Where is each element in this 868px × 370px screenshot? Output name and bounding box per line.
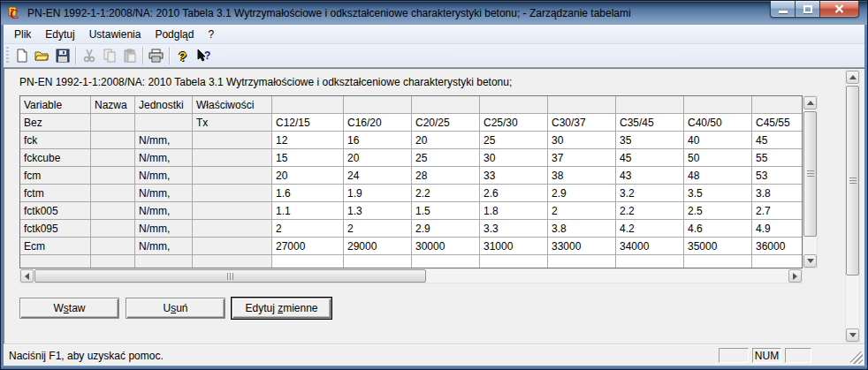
grid-cell[interactable] xyxy=(412,255,480,268)
grid-cell[interactable]: 25 xyxy=(412,149,480,167)
grid-cell[interactable] xyxy=(193,238,272,255)
toolbar-gripper[interactable] xyxy=(6,47,9,64)
resize-grip[interactable] xyxy=(850,351,863,364)
grid-cell[interactable] xyxy=(135,255,193,268)
open-button[interactable] xyxy=(32,46,52,65)
grid-cell[interactable]: fctk095 xyxy=(20,220,91,238)
grid-horizontal-scrollbar[interactable] xyxy=(19,268,803,283)
grid-cell[interactable]: 25 xyxy=(480,132,548,149)
grid-cell[interactable] xyxy=(480,255,548,268)
grid-cell[interactable]: 30 xyxy=(548,132,616,149)
grid-cell[interactable]: 1.8 xyxy=(480,202,548,220)
grid-cell[interactable]: 16 xyxy=(344,132,412,149)
grid-cell[interactable]: 2 xyxy=(272,220,344,238)
grid-cell[interactable]: N/mm, xyxy=(135,202,193,220)
grid-cell[interactable]: 3.5 xyxy=(684,185,752,202)
grid-cell[interactable]: 48 xyxy=(684,167,752,185)
grid-cell[interactable]: 3.3 xyxy=(480,220,548,238)
scroll-up-button[interactable] xyxy=(803,96,817,109)
grid-cell[interactable] xyxy=(193,255,272,268)
grid-cell[interactable]: Ecm xyxy=(20,238,91,255)
grid-cell[interactable]: 20 xyxy=(344,149,412,167)
grid-cell[interactable]: N/mm, xyxy=(135,149,193,167)
grid-cell[interactable]: 24 xyxy=(344,167,412,185)
grid-cell[interactable] xyxy=(91,202,135,220)
grid-cell[interactable]: 29000 xyxy=(344,238,412,255)
grid-cell[interactable]: 30000 xyxy=(412,238,480,255)
grid-cell[interactable]: 40 xyxy=(684,132,752,149)
grid-cell[interactable]: 30 xyxy=(480,149,548,167)
grid-cell[interactable]: fctm xyxy=(20,185,91,202)
grid-cell[interactable]: Bez xyxy=(20,114,91,132)
grid-cell[interactable] xyxy=(684,255,752,268)
close-button[interactable] xyxy=(819,1,859,18)
save-button[interactable] xyxy=(52,46,72,65)
context-help-button[interactable]: ? xyxy=(193,46,213,65)
menu-edytuj[interactable]: Edytuj xyxy=(38,26,81,43)
grid-cell[interactable] xyxy=(548,255,616,268)
grid-cell[interactable]: C45/55 xyxy=(752,114,803,132)
grid-cell[interactable]: fck xyxy=(20,132,91,149)
horizontal-scroll-thumb[interactable] xyxy=(34,269,426,283)
grid-cell[interactable]: 27000 xyxy=(272,238,344,255)
scroll-down-button[interactable] xyxy=(803,254,817,268)
help-button[interactable]: ? xyxy=(172,46,193,65)
grid-cell[interactable]: 1.6 xyxy=(272,185,344,202)
grid-cell[interactable]: 2 xyxy=(548,202,616,220)
grid-cell[interactable]: fckcube xyxy=(20,149,91,167)
scroll-left-button[interactable] xyxy=(20,269,34,283)
grid-cell[interactable]: N/mm, xyxy=(135,167,193,185)
grid-cell[interactable] xyxy=(616,255,684,268)
grid-cell[interactable] xyxy=(193,149,272,167)
menu-podglad[interactable]: Podgląd xyxy=(148,26,201,43)
grid-cell[interactable]: 20 xyxy=(272,167,344,185)
edit-variables-button[interactable]: Edytuj zmienne xyxy=(232,298,331,319)
grid-cell[interactable] xyxy=(193,167,272,185)
grid-cell[interactable] xyxy=(91,114,135,132)
grid-cell[interactable]: 4.9 xyxy=(752,220,803,238)
grid-cell[interactable]: 35 xyxy=(616,132,684,149)
grid-cell[interactable]: 4.2 xyxy=(616,220,684,238)
grid-cell[interactable]: 28 xyxy=(412,167,480,185)
menu-plik[interactable]: Plik xyxy=(7,26,38,43)
print-button[interactable] xyxy=(146,46,166,65)
grid-cell[interactable] xyxy=(193,132,272,149)
grid-cell[interactable]: C25/30 xyxy=(480,114,548,132)
grid-cell[interactable] xyxy=(193,220,272,238)
grid-cell[interactable]: N/mm, xyxy=(135,220,193,238)
view-vertical-scrollbar[interactable] xyxy=(845,70,860,343)
grid-cell[interactable] xyxy=(91,185,135,202)
minimize-button[interactable] xyxy=(770,1,796,18)
new-button[interactable] xyxy=(11,46,32,65)
grid-cell[interactable]: C12/15 xyxy=(272,114,344,132)
grid-cell[interactable] xyxy=(193,185,272,202)
grid-cell[interactable]: 45 xyxy=(616,149,684,167)
grid-cell[interactable]: 33 xyxy=(480,167,548,185)
grid-cell[interactable]: 12 xyxy=(272,132,344,149)
grid-cell[interactable]: 2.9 xyxy=(412,220,480,238)
grid-cell[interactable]: 3.8 xyxy=(752,185,803,202)
vertical-scroll-thumb[interactable] xyxy=(803,111,817,237)
grid-cell[interactable]: 3.2 xyxy=(616,185,684,202)
grid-cell[interactable]: 38 xyxy=(548,167,616,185)
delete-button[interactable]: Usuń xyxy=(126,298,225,319)
grid-cell[interactable]: 2.7 xyxy=(752,202,803,220)
grid-cell[interactable] xyxy=(91,132,135,149)
grid-cell[interactable] xyxy=(272,255,344,268)
grid-cell[interactable]: 2.2 xyxy=(412,185,480,202)
grid-cell[interactable]: C35/45 xyxy=(616,114,684,132)
grid-cell[interactable]: 2.5 xyxy=(684,202,752,220)
grid-cell[interactable]: N/mm, xyxy=(135,238,193,255)
grid-cell[interactable] xyxy=(344,255,412,268)
grid-cell[interactable]: 1.5 xyxy=(412,202,480,220)
grid-cell[interactable] xyxy=(135,114,193,132)
insert-button[interactable]: Wstaw xyxy=(19,298,119,319)
grid-cell[interactable]: N/mm, xyxy=(135,132,193,149)
grid-cell[interactable]: 20 xyxy=(412,132,480,149)
grid-cell[interactable]: 36000 xyxy=(752,238,803,255)
grid-cell[interactable]: 50 xyxy=(684,149,752,167)
vertical-scroll-thumb[interactable] xyxy=(846,86,859,276)
grid-cell[interactable] xyxy=(91,149,135,167)
grid-cell[interactable]: 1.3 xyxy=(344,202,412,220)
grid-cell[interactable]: 37 xyxy=(548,149,616,167)
